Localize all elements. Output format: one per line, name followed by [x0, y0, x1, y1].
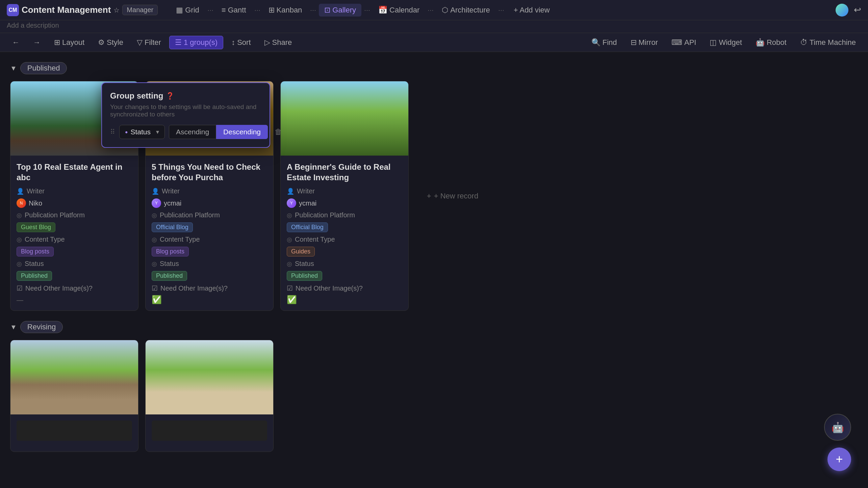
ai-icon: 🤖: [832, 422, 844, 433]
group-icon: ☰: [175, 38, 182, 47]
person-icon-1: 👤: [17, 188, 24, 195]
card-writer-name-2: Y ycmai: [152, 198, 267, 208]
layout-icon: ⊞: [54, 38, 60, 47]
calendar-dots[interactable]: ⋯: [426, 6, 435, 14]
published-group-header: ▼ Published: [10, 62, 858, 74]
nav-view-grid[interactable]: ▦ Grid: [171, 4, 205, 17]
card-writer-field-3: 👤 Writer: [287, 187, 402, 195]
nav-view-gantt[interactable]: ≡ Gantt: [216, 4, 252, 17]
revising-group-arrow[interactable]: ▼: [10, 323, 17, 331]
robot-icon: 🤖: [756, 38, 765, 47]
content-icon-3: ◎: [287, 236, 292, 243]
style-button[interactable]: ⚙ Style: [93, 36, 129, 49]
card-title-revising-2: [152, 421, 267, 441]
status-tag-3: Published: [287, 271, 322, 281]
nav-view-gallery[interactable]: ⊡ Gallery: [319, 4, 361, 17]
kanban-dots[interactable]: ⋯: [309, 6, 317, 14]
platform-icon-3: ◎: [287, 212, 292, 219]
star-icon[interactable]: ☆: [113, 6, 120, 14]
find-button[interactable]: 🔍 Find: [586, 36, 622, 49]
time-machine-icon: ⏱: [800, 38, 808, 47]
sort-button[interactable]: ↕ Sort: [226, 36, 256, 49]
add-view-button[interactable]: + Add view: [508, 4, 555, 17]
top-right-icons: ↩: [836, 4, 861, 17]
published-group-badge[interactable]: Published: [20, 62, 67, 74]
kanban-icon: ⊞: [269, 6, 275, 15]
revising-group-badge[interactable]: Revising: [20, 321, 63, 333]
architecture-dots[interactable]: ⋯: [497, 6, 506, 14]
drag-handle-icon[interactable]: ⠿: [110, 128, 115, 136]
card-writer-field-2: 👤 Writer: [152, 187, 267, 195]
style-icon: ⚙: [98, 38, 105, 47]
ascending-button[interactable]: Ascending: [169, 125, 216, 139]
card-body-3: A Beginner's Guide to Real Estate Invest…: [281, 156, 408, 310]
robot-button[interactable]: 🤖 Robot: [750, 36, 792, 49]
card-body-1: Top 10 Real Estate Agent in abc 👤 Writer…: [10, 156, 138, 310]
share-icon: ▷: [264, 38, 270, 47]
popup-row: ⠿ ● Status ▾ Ascending Descending 🗑: [110, 125, 261, 139]
mirror-button[interactable]: ⊟ Mirror: [625, 36, 663, 49]
card-revising-2[interactable]: [145, 340, 274, 452]
user-avatar[interactable]: [836, 4, 848, 17]
new-record-button-published[interactable]: + + New record: [415, 81, 490, 311]
card-platform-value-2: Official Blog: [152, 222, 267, 232]
filter-button[interactable]: ▽ Filter: [131, 36, 167, 49]
platform-icon-2: ◎: [152, 212, 157, 219]
filter-icon: ▽: [137, 38, 143, 47]
delete-group-button[interactable]: 🗑: [272, 125, 285, 139]
layout-button[interactable]: ⊞ Layout: [49, 36, 90, 49]
check-mark-3: ✅: [287, 295, 297, 304]
back-icon: ←: [12, 38, 20, 47]
forward-icon: →: [33, 38, 41, 47]
nav-view-calendar[interactable]: 📅 Calendar: [373, 4, 425, 17]
forward-button[interactable]: →: [28, 36, 46, 49]
card-image-revising-1: [10, 340, 138, 414]
subtitle-bar: Add a description: [0, 20, 868, 33]
settings-icon[interactable]: ↩: [854, 5, 861, 15]
gantt-icon: ≡: [222, 6, 226, 15]
group-button[interactable]: ☰ 1 group(s): [169, 36, 223, 49]
card-beginners-guide[interactable]: A Beginner's Guide to Real Estate Invest…: [280, 81, 409, 311]
card-checkbox-row-3: ☑ Need Other Image(s)?: [287, 284, 402, 292]
content-tag-2: Blog posts: [152, 247, 189, 256]
widget-icon: ◫: [710, 38, 717, 47]
content-tag-1: Blog posts: [17, 247, 54, 256]
gallery-dots[interactable]: ⋯: [363, 6, 372, 14]
card-content-value-2: Blog posts: [152, 247, 267, 256]
ai-assistant-button[interactable]: 🤖: [824, 414, 851, 441]
time-machine-button[interactable]: ⏱ Time Machine: [795, 36, 861, 49]
revising-cards-grid: [10, 340, 858, 452]
descending-button[interactable]: Descending: [216, 125, 268, 139]
calendar-icon: 📅: [378, 6, 387, 15]
grid-icon: ▦: [176, 6, 183, 15]
avatar-niko-1: N: [17, 198, 26, 208]
gantt-dots[interactable]: ⋯: [253, 6, 262, 14]
grid-dots[interactable]: ⋯: [206, 6, 215, 14]
card-writer-field-1: 👤 Writer: [17, 187, 132, 195]
card-status-value-2: Published: [152, 271, 267, 281]
published-group-arrow[interactable]: ▼: [10, 64, 17, 72]
checkbox-icon-2: ☑: [152, 284, 158, 292]
person-icon-2: 👤: [152, 188, 159, 195]
card-checkbox-row-1: ☑ Need Other Image(s)?: [17, 284, 132, 292]
card-status-value-1: Published: [17, 271, 132, 281]
card-content-label-1: ◎ Content Type: [17, 236, 132, 243]
plus-icon-new: +: [427, 192, 431, 200]
content-icon-2: ◎: [152, 236, 157, 243]
add-record-fab[interactable]: +: [827, 448, 851, 471]
card-platform-label-2: ◎ Publication Platform: [152, 211, 267, 219]
nav-view-kanban[interactable]: ⊞ Kanban: [263, 4, 308, 17]
status-tag-1: Published: [17, 271, 52, 281]
find-icon: 🔍: [591, 38, 601, 47]
card-revising-1[interactable]: [10, 340, 138, 452]
api-button[interactable]: ⌨ API: [666, 36, 701, 49]
nav-view-architecture[interactable]: ⬡ Architecture: [436, 4, 495, 17]
popup-subtitle: Your changes to the settings will be aut…: [110, 103, 261, 118]
widget-button[interactable]: ◫ Widget: [704, 36, 747, 49]
content-icon-1: ◎: [17, 236, 22, 243]
help-icon[interactable]: ❓: [166, 92, 174, 100]
back-button[interactable]: ←: [7, 36, 25, 49]
share-button[interactable]: ▷ Share: [259, 36, 298, 49]
field-select[interactable]: ● Status ▾: [119, 125, 165, 139]
card-platform-value-1: Guest Blog: [17, 222, 132, 232]
